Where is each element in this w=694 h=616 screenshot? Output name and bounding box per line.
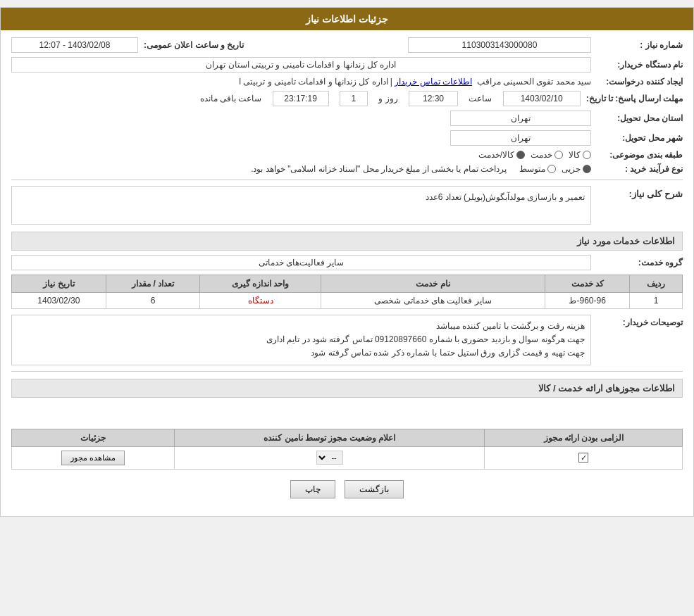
tabaqe-kala-khedmat-radio[interactable] [516, 151, 525, 159]
mohlat-value-col: 1403/02/10 ساعت 12:30 روز و 1 23:17:19 س… [11, 91, 581, 106]
cell-kod-0: 960-96-ط [545, 293, 629, 309]
shahr-value-col: تهران [11, 130, 591, 146]
divider-2 [11, 371, 683, 372]
shomara-row: شماره نیاز : 1103003143000080 تاریخ و سا… [11, 37, 683, 53]
noye-value-col: جزیی متوسط پرداخت تمام یا بخشی از مبلغ خ… [11, 164, 591, 174]
mohlat-saat-label: ساعت [469, 94, 492, 103]
noye-radio-group: جزیی متوسط پرداخت تمام یا بخشی از مبلغ خ… [251, 164, 591, 174]
permit-joziat-cell: مشاهده مجوز [12, 446, 175, 469]
noye-motavasset-label: متوسط [519, 164, 545, 174]
noye-row: نوع فرآیند خرید : جزیی متوسط پرداخت تمام… [11, 164, 683, 174]
permit-col-elzami: الزامی بودن ارائه مجوز [485, 429, 683, 446]
shahr-row: شهر محل تحویل: تهران [11, 130, 683, 146]
services-row-0: 1 960-96-ط سایر فعالیت های خدماتی شخصی د… [12, 293, 683, 309]
tarikh-label: تاریخ و ساعت اعلان عمومی: [138, 40, 244, 50]
bottom-buttons: بازگشت چاپ [11, 470, 683, 509]
services-table-body: 1 960-96-ط سایر فعالیت های خدماتی شخصی د… [12, 293, 683, 309]
col-tarikh: تاریخ نیاز [12, 275, 106, 293]
print-button[interactable]: چاپ [290, 480, 335, 498]
noye-jozi-label: جزیی [562, 164, 581, 174]
tabaqe-kala-label: کالا [569, 150, 581, 160]
tabaqe-kala-radio[interactable] [583, 151, 591, 159]
notes-line-3: جهت تهیه و قیمت گزاری ورق استیل حتما با … [18, 346, 585, 360]
mohlat-roz-label: روز و [378, 94, 397, 103]
tabaqe-radio-group: کالا خدمت کالا/خدمت [478, 150, 591, 160]
sharh-input: تعمیر و بازسازی مولدآبگوش(بویلر) تعداد 6… [11, 186, 591, 225]
tabaqe-label: طبقه بندی موضوعی: [591, 150, 683, 160]
noye-jozi-radio[interactable] [583, 165, 591, 173]
permit-checkbox[interactable] [578, 453, 588, 463]
ijad-org: اداره کل زندانها و اقدامات تامینی و تربی… [239, 77, 388, 87]
mohlat-date-input: 1403/02/10 [503, 91, 581, 106]
gorohe-label: گروه خدمت: [591, 258, 683, 268]
mohlat-baqi-label: ساعت باقی مانده [200, 94, 262, 103]
services-header-row: ردیف کد خدمت نام خدمت واحد اندازه گیری ت… [12, 275, 683, 293]
tabaqe-kala-khedmat-label: کالا/خدمت [478, 150, 514, 160]
mohlat-saat-input: 12:30 [409, 91, 458, 106]
ijad-value-col: سید محمد تقوی الحسینی مراقب اطلاعات تماس… [11, 77, 591, 87]
services-table-head: ردیف کد خدمت نام خدمت واحد اندازه گیری ت… [12, 275, 683, 293]
tabaqe-khedmat-radio[interactable] [554, 151, 563, 159]
ijad-link[interactable]: اطلاعات تماس خریدار [395, 77, 472, 87]
noye-jozi-item[interactable]: جزیی [562, 164, 591, 174]
page-header: جزئیات اطلاعات نیاز [1, 8, 693, 30]
sharh-value-col: تعمیر و بازسازی مولدآبگوش(بویلر) تعداد 6… [11, 186, 591, 225]
permit-table-body: -- مشاهده مجوز [12, 446, 683, 469]
shomara-input: 1103003143000080 [408, 37, 591, 53]
ostan-value-col: تهران [11, 111, 591, 126]
view-permit-button[interactable]: مشاهده مجوز [61, 451, 125, 465]
cell-nam-0: سایر فعالیت های خدماتی شخصی [321, 293, 545, 309]
permit-col-joziat: جزئیات [12, 429, 175, 446]
notes-value-col: هزینه رفت و برگشت با تامین کننده میباشد … [11, 315, 591, 365]
ostan-label: استان محل تحویل: [591, 113, 683, 123]
notes-line-2: جهت هرگونه سوال و بازدید حضوری با شماره … [18, 333, 585, 346]
tabaqe-kala-khedmat-item[interactable]: کالا/خدمت [478, 150, 525, 160]
ijad-label: ایجاد کننده درخواست: [591, 77, 683, 87]
sharh-text: تعمیر و بازسازی مولدآبگوش(بویلر) تعداد 6… [426, 192, 585, 202]
gorohe-value-col: سایر فعالیت‌های خدماتی [11, 255, 591, 270]
mojoz-title: اطلاعات مجوزهای ارائه خدمت / کالا [11, 379, 683, 398]
permit-header-row: الزامی بودن ارائه مجوز اعلام وضعیت مجوز … [12, 429, 683, 446]
noye-label: نوع فرآیند خرید : [591, 164, 683, 174]
notes-box: هزینه رفت و برگشت با تامین کننده میباشد … [11, 315, 591, 365]
shomara-value-col: 1103003143000080 [244, 37, 591, 53]
back-button[interactable]: بازگشت [345, 480, 404, 498]
col-tedad: تعداد / مقدار [106, 275, 200, 293]
mohlat-row: مهلت ارسال پاسخ: تا تاریخ: 1403/02/10 سا… [11, 91, 683, 106]
col-vahed: واحد اندازه گیری [200, 275, 321, 293]
permit-table: الزامی بودن ارائه مجوز اعلام وضعیت مجوز … [11, 429, 683, 470]
sharh-label: شرح کلی نیاز: [591, 186, 683, 199]
gorohe-row: گروه خدمت: سایر فعالیت‌های خدماتی [11, 255, 683, 270]
nam-dastgah-value-col: اداره کل زندانها و اقدامات تامینی و تربی… [11, 57, 591, 73]
col-kod: کد خدمت [545, 275, 629, 293]
mohlat-baqi-input: 23:17:19 [273, 91, 329, 106]
noye-motavasset-radio[interactable] [547, 165, 556, 173]
shahr-input: تهران [450, 130, 591, 146]
permit-elzami-cell [485, 446, 683, 469]
services-table: ردیف کد خدمت نام خدمت واحد اندازه گیری ت… [11, 275, 683, 309]
col-radif: ردیف [630, 275, 683, 293]
ostan-row: استان محل تحویل: تهران [11, 111, 683, 126]
nam-dastgah-label: نام دستگاه خریدار: [591, 60, 683, 70]
spacer-1 [11, 402, 683, 423]
permit-vaziat-select[interactable]: -- [316, 451, 343, 465]
notes-line-1: هزینه رفت و برگشت با تامین کننده میباشد [18, 320, 585, 333]
cell-radif-0: 1 [630, 293, 683, 309]
mohlat-roz-input: 1 [340, 91, 368, 106]
notes-row: توصیحات خریدار: هزینه رفت و برگشت با تام… [11, 315, 683, 365]
permit-row-1: -- مشاهده مجوز [12, 446, 683, 469]
permit-col-vaziat: اعلام وضعیت مجوز توسط نامین کننده [175, 429, 485, 446]
tabaqe-khedmat-item[interactable]: خدمت [531, 150, 563, 160]
shahr-label: شهر محل تحویل: [591, 133, 683, 143]
page-wrapper: جزئیات اطلاعات نیاز شماره نیاز : 1103003… [0, 7, 694, 517]
gorohe-input: سایر فعالیت‌های خدماتی [11, 255, 591, 270]
permit-table-head: الزامی بودن ارائه مجوز اعلام وضعیت مجوز … [12, 429, 683, 446]
tabaqe-kala-item[interactable]: کالا [569, 150, 591, 160]
sharh-row: شرح کلی نیاز: تعمیر و بازسازی مولدآبگوش(… [11, 186, 683, 225]
noye-desc: پرداخت تمام یا بخشی از مبلغ خریدار محل "… [251, 164, 507, 174]
shomara-label: شماره نیاز : [591, 40, 683, 50]
mohlat-label: مهلت ارسال پاسخ: تا تاریخ: [581, 94, 683, 103]
nam-dastgah-row: نام دستگاه خریدار: اداره کل زندانها و اق… [11, 57, 683, 73]
noye-motavasset-item[interactable]: متوسط [519, 164, 556, 174]
page-title: جزئیات اطلاعات نیاز [306, 13, 388, 25]
